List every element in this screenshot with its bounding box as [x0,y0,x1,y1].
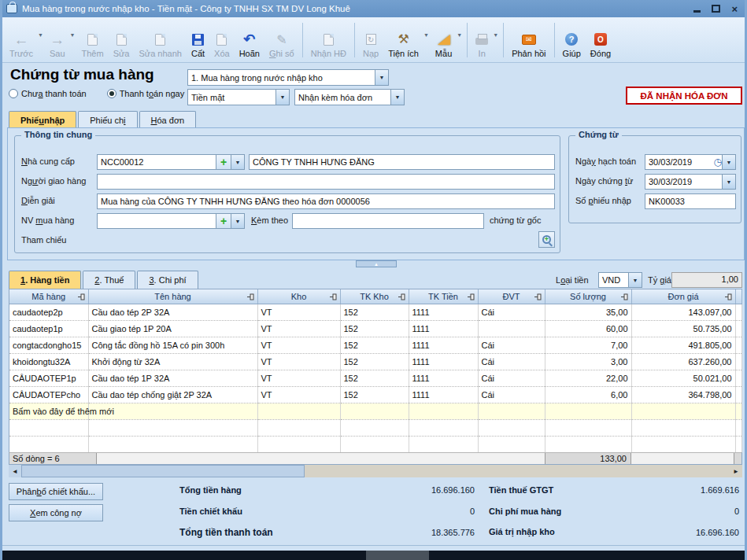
close-window-button[interactable]: O Đóng [586,20,616,61]
deliverer-field[interactable] [97,174,555,190]
pin-icon[interactable] [534,293,542,300]
kemtheo-label: Kèm theo [251,216,288,225]
clock-icon[interactable]: ◷ [714,157,722,168]
chevron-down-icon[interactable]: ▼ [722,155,735,169]
receipt-no-field[interactable]: NK00033 [645,193,736,209]
scroll-left-icon[interactable]: ◄ [9,465,21,477]
splitter-handle[interactable]: ▲ [356,260,397,267]
pin-icon[interactable] [247,293,255,300]
maximize-icon[interactable] [712,5,720,13]
supplier-name-field[interactable]: CÔNG TY TNHH HƯNG ĐĂNG [249,154,555,170]
allocate-discount-button[interactable]: Phân bổ chiết khấu... [9,483,103,500]
table-row[interactable]: CÂUDAOTEPchoCầu dao tép chống giật 2P 32… [9,386,741,403]
horizontal-scrollbar[interactable]: ◄ ► [9,465,742,477]
add-buyer-icon[interactable]: + [216,214,231,228]
total-payment-label: Tổng tiền thanh toán [179,527,273,538]
total-goods-label: Tổng tiền hàng [179,485,242,495]
search-plus-icon: + [542,235,551,244]
chevron-down-icon[interactable]: ▼ [231,155,244,169]
reference-search-button[interactable]: + [538,231,555,248]
table-row[interactable]: congtacdongho15Công tắc đồng hồ 15A có p… [9,337,741,353]
col-don-gia[interactable]: Đơn giá [631,289,735,304]
chevron-down-icon[interactable]: ▼ [276,90,289,105]
tab-thue[interactable]: 2. Thuế [83,271,135,289]
add-button[interactable]: Thêm [77,20,109,61]
feedback-button[interactable]: ✉ Phản hồi [507,20,550,61]
undo-button[interactable]: ↶ Hoãn [235,20,264,61]
edit-button[interactable]: Sửa [109,20,135,61]
tab-phieu-chi[interactable]: Phiếu chi [78,111,137,128]
table-row[interactable]: khoidongtu32AKhởi động từ 32A VT152 1111… [9,353,741,370]
summary-panel: Phân bổ chiết khấu... Xem công nợ Tổng t… [2,477,747,546]
forward-button[interactable]: → Sau [45,20,70,61]
quick-edit-button[interactable]: Sửa nhanh [134,20,186,61]
minimize-icon[interactable] [693,10,701,13]
help-button[interactable]: ? Giúp [558,20,586,61]
chevron-down-icon[interactable]: ▼ [628,273,642,287]
table-row[interactable]: CÂUDAOTEP1pCầu dao tép 1P 32A VT152 1111… [9,370,741,386]
utilities-button[interactable]: ⚒ Tiện ích [383,20,423,61]
save-button[interactable]: Cất [187,20,209,61]
pin-icon[interactable] [330,293,338,300]
close-icon[interactable]: × [731,4,738,14]
empty-row [9,419,741,436]
col-kho[interactable]: Kho [257,289,340,304]
payment-method-select[interactable]: Tiền mặt ▼ [187,89,290,105]
chevron-down-icon[interactable]: ▼ [231,214,244,228]
quick-edit-icon [155,34,165,46]
supplier-code-combo[interactable]: NCC00012 + ▼ [97,154,245,170]
kemtheo-field[interactable] [292,213,484,229]
template-button[interactable]: Mẫu [431,20,457,61]
invoice-receive-select[interactable]: Nhận kèm hóa đơn ▼ [294,89,405,105]
pin-icon[interactable] [78,293,86,300]
table-row[interactable]: caudaotep2pCầu dao tép 2P 32A VT152 1111… [9,304,741,320]
col-tk-kho[interactable]: TK Kho [340,289,409,304]
buyer-combo[interactable]: + ▼ [97,213,245,229]
back-dropdown-icon[interactable]: ▼ [38,32,43,38]
currency-select[interactable]: VND ▼ [598,272,642,288]
view-debt-button[interactable]: Xem công nợ [9,504,103,521]
chevron-down-icon[interactable]: ▼ [722,175,735,189]
tab-hoa-don[interactable]: Hóa đơn [139,111,197,128]
col-tk-tien[interactable]: TK Tiền [409,289,478,304]
tab-hang-tien[interactable]: 1. Hàng tiền [9,271,81,289]
radio-unpaid[interactable]: Chưa thanh toán [9,89,87,98]
posting-date-field[interactable]: 30/03/2019 ◷ ▼ [645,154,736,170]
receive-invoice-button[interactable]: Nhận HĐ [306,20,351,61]
pin-icon[interactable] [621,293,629,300]
add-new-row[interactable]: Bấm vào đây để thêm mới [9,403,741,419]
back-button[interactable]: ← Trước [5,20,38,61]
tab-phieu-nhap[interactable]: Phiếu nhập [9,111,76,128]
description-field[interactable]: Mua hàng của CÔNG TY TNHH HƯNG ĐĂNG theo… [97,193,555,209]
template-dropdown-icon[interactable]: ▼ [457,32,462,38]
chevron-down-icon[interactable]: ▼ [375,70,388,85]
currency-label: Loại tiền [556,275,589,285]
col-ten-hang[interactable]: Tên hàng [88,289,257,304]
invoice-received-badge[interactable]: ĐÃ NHẬN HÓA ĐƠN [626,87,742,105]
col-so-luong[interactable]: Số lượng [545,289,631,304]
doc-date-field[interactable]: 30/03/2019 ▼ [645,174,736,190]
scrollbar-thumb[interactable] [21,465,305,477]
print-dropdown-icon[interactable]: ▼ [493,32,498,38]
tab-chi-phi[interactable]: 3. Chi phí [137,271,198,289]
scroll-right-icon[interactable]: ► [730,465,742,477]
chevron-down-icon[interactable]: ▼ [390,90,404,105]
pin-icon[interactable] [725,293,733,300]
utilities-dropdown-icon[interactable]: ▼ [423,32,429,38]
table-row[interactable]: caudaotep1pCầu giao tép 1P 20A VT152 111… [9,320,741,337]
delete-button[interactable]: Xóa [209,20,235,61]
reload-button[interactable]: ↻ Nạp [358,20,383,61]
pin-icon[interactable] [398,293,406,300]
forward-dropdown-icon[interactable]: ▼ [70,32,76,38]
post-button[interactable]: ✎ Ghi sổ [264,20,299,61]
pin-icon[interactable] [468,293,475,300]
template-icon [438,35,450,45]
delete-document-icon [216,34,227,46]
print-button[interactable]: In [471,20,493,61]
col-ma-hang[interactable]: Mã hàng [9,289,88,304]
scrollbar-track[interactable] [305,465,730,477]
add-supplier-icon[interactable]: + [216,155,231,169]
col-dvt[interactable]: ĐVT [478,289,545,304]
radio-pay-now[interactable]: Thanh toán ngay [107,89,185,98]
voucher-type-select[interactable]: 1. Mua hàng trong nước nhập kho ▼ [187,69,389,86]
